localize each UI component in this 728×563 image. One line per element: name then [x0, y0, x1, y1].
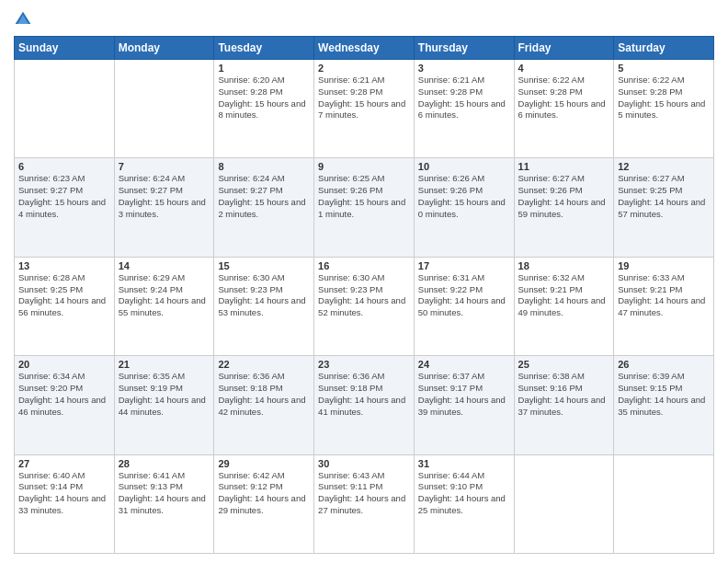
weekday-header-wednesday: Wednesday: [314, 37, 415, 60]
calendar-cell: 6Sunrise: 6:23 AMSunset: 9:27 PMDaylight…: [15, 158, 115, 257]
calendar-cell: 30Sunrise: 6:43 AMSunset: 9:11 PMDayligh…: [314, 454, 415, 553]
calendar-cell: 26Sunrise: 6:39 AMSunset: 9:15 PMDayligh…: [614, 356, 714, 454]
day-info: Sunrise: 6:34 AMSunset: 9:20 PMDaylight:…: [18, 371, 110, 418]
day-number: 25: [518, 359, 610, 370]
day-number: 29: [218, 458, 310, 469]
weekday-header-tuesday: Tuesday: [214, 37, 314, 60]
day-number: 7: [119, 161, 210, 172]
calendar-cell: [514, 454, 614, 553]
day-number: 26: [618, 359, 710, 370]
day-number: 24: [418, 359, 510, 370]
calendar-week-5: 27Sunrise: 6:40 AMSunset: 9:14 PMDayligh…: [15, 454, 714, 553]
calendar-cell: 28Sunrise: 6:41 AMSunset: 9:13 PMDayligh…: [114, 454, 214, 553]
day-info: Sunrise: 6:20 AMSunset: 9:28 PMDaylight:…: [218, 75, 310, 121]
calendar-cell: 22Sunrise: 6:36 AMSunset: 9:18 PMDayligh…: [214, 356, 314, 454]
day-info: Sunrise: 6:43 AMSunset: 9:11 PMDaylight:…: [318, 470, 410, 517]
calendar-cell: 3Sunrise: 6:21 AMSunset: 9:28 PMDaylight…: [414, 60, 514, 158]
day-info: Sunrise: 6:36 AMSunset: 9:18 PMDaylight:…: [318, 371, 410, 418]
day-info: Sunrise: 6:23 AMSunset: 9:27 PMDaylight:…: [18, 173, 110, 220]
calendar-cell: 31Sunrise: 6:44 AMSunset: 9:10 PMDayligh…: [414, 454, 514, 553]
day-info: Sunrise: 6:42 AMSunset: 9:12 PMDaylight:…: [218, 470, 310, 517]
day-info: Sunrise: 6:40 AMSunset: 9:14 PMDaylight:…: [18, 470, 110, 517]
header: [14, 9, 714, 29]
day-number: 27: [18, 458, 110, 469]
day-number: 17: [418, 260, 510, 271]
calendar-cell: 23Sunrise: 6:36 AMSunset: 9:18 PMDayligh…: [314, 356, 415, 454]
day-info: Sunrise: 6:26 AMSunset: 9:26 PMDaylight:…: [418, 173, 510, 220]
day-info: Sunrise: 6:21 AMSunset: 9:28 PMDaylight:…: [318, 75, 410, 121]
page: SundayMondayTuesdayWednesdayThursdayFrid…: [0, 0, 728, 563]
calendar-cell: 10Sunrise: 6:26 AMSunset: 9:26 PMDayligh…: [414, 158, 514, 257]
header-row: SundayMondayTuesdayWednesdayThursdayFrid…: [15, 37, 714, 60]
day-number: 14: [119, 260, 210, 271]
day-info: Sunrise: 6:29 AMSunset: 9:24 PMDaylight:…: [119, 272, 210, 319]
day-info: Sunrise: 6:35 AMSunset: 9:19 PMDaylight:…: [119, 371, 210, 418]
day-number: 28: [119, 458, 210, 469]
calendar-cell: 5Sunrise: 6:22 AMSunset: 9:28 PMDaylight…: [614, 60, 714, 158]
day-number: 30: [318, 458, 410, 469]
day-number: 15: [218, 260, 310, 271]
day-info: Sunrise: 6:32 AMSunset: 9:21 PMDaylight:…: [518, 272, 610, 319]
calendar-cell: 20Sunrise: 6:34 AMSunset: 9:20 PMDayligh…: [15, 356, 115, 454]
day-number: 31: [418, 458, 510, 469]
weekday-header-saturday: Saturday: [614, 37, 714, 60]
day-info: Sunrise: 6:28 AMSunset: 9:25 PMDaylight:…: [18, 272, 110, 319]
calendar-cell: 7Sunrise: 6:24 AMSunset: 9:27 PMDaylight…: [114, 158, 214, 257]
day-number: 21: [119, 359, 210, 370]
day-info: Sunrise: 6:36 AMSunset: 9:18 PMDaylight:…: [218, 371, 310, 418]
calendar-cell: 16Sunrise: 6:30 AMSunset: 9:23 PMDayligh…: [314, 257, 415, 355]
calendar-cell: 2Sunrise: 6:21 AMSunset: 9:28 PMDaylight…: [314, 60, 415, 158]
day-info: Sunrise: 6:25 AMSunset: 9:26 PMDaylight:…: [318, 173, 410, 220]
calendar-cell: 17Sunrise: 6:31 AMSunset: 9:22 PMDayligh…: [414, 257, 514, 355]
day-number: 22: [218, 359, 310, 370]
calendar-cell: 12Sunrise: 6:27 AMSunset: 9:25 PMDayligh…: [614, 158, 714, 257]
calendar-cell: 25Sunrise: 6:38 AMSunset: 9:16 PMDayligh…: [514, 356, 614, 454]
calendar-cell: 9Sunrise: 6:25 AMSunset: 9:26 PMDaylight…: [314, 158, 415, 257]
day-number: 10: [418, 161, 510, 172]
calendar-week-2: 6Sunrise: 6:23 AMSunset: 9:27 PMDaylight…: [15, 158, 714, 257]
day-info: Sunrise: 6:30 AMSunset: 9:23 PMDaylight:…: [218, 272, 310, 319]
day-number: 11: [518, 161, 610, 172]
day-number: 4: [518, 63, 610, 74]
day-info: Sunrise: 6:37 AMSunset: 9:17 PMDaylight:…: [418, 371, 510, 418]
day-number: 8: [218, 161, 310, 172]
day-info: Sunrise: 6:27 AMSunset: 9:25 PMDaylight:…: [618, 173, 710, 220]
day-number: 18: [518, 260, 610, 271]
day-info: Sunrise: 6:22 AMSunset: 9:28 PMDaylight:…: [518, 75, 610, 121]
day-info: Sunrise: 6:24 AMSunset: 9:27 PMDaylight:…: [218, 173, 310, 220]
weekday-header-sunday: Sunday: [15, 37, 115, 60]
calendar-cell: 1Sunrise: 6:20 AMSunset: 9:28 PMDaylight…: [214, 60, 314, 158]
calendar-cell: [15, 60, 115, 158]
calendar-cell: 21Sunrise: 6:35 AMSunset: 9:19 PMDayligh…: [114, 356, 214, 454]
weekday-header-friday: Friday: [514, 37, 614, 60]
day-number: 6: [18, 161, 110, 172]
day-number: 1: [218, 63, 310, 74]
weekday-header-monday: Monday: [114, 37, 214, 60]
calendar-table: SundayMondayTuesdayWednesdayThursdayFrid…: [14, 36, 714, 554]
calendar-cell: 19Sunrise: 6:33 AMSunset: 9:21 PMDayligh…: [614, 257, 714, 355]
calendar-week-4: 20Sunrise: 6:34 AMSunset: 9:20 PMDayligh…: [15, 356, 714, 454]
calendar-week-1: 1Sunrise: 6:20 AMSunset: 9:28 PMDaylight…: [15, 60, 714, 158]
day-info: Sunrise: 6:38 AMSunset: 9:16 PMDaylight:…: [518, 371, 610, 418]
day-number: 2: [318, 63, 410, 74]
calendar-cell: 13Sunrise: 6:28 AMSunset: 9:25 PMDayligh…: [15, 257, 115, 355]
day-number: 16: [318, 260, 410, 271]
day-info: Sunrise: 6:27 AMSunset: 9:26 PMDaylight:…: [518, 173, 610, 220]
day-info: Sunrise: 6:30 AMSunset: 9:23 PMDaylight:…: [318, 272, 410, 319]
day-number: 13: [18, 260, 110, 271]
day-number: 20: [18, 359, 110, 370]
weekday-header-thursday: Thursday: [414, 37, 514, 60]
day-info: Sunrise: 6:39 AMSunset: 9:15 PMDaylight:…: [618, 371, 710, 418]
day-number: 23: [318, 359, 410, 370]
logo-icon: [14, 10, 32, 29]
calendar-cell: 29Sunrise: 6:42 AMSunset: 9:12 PMDayligh…: [214, 454, 314, 553]
day-info: Sunrise: 6:44 AMSunset: 9:10 PMDaylight:…: [418, 470, 510, 517]
calendar-cell: [114, 60, 214, 158]
calendar-cell: 14Sunrise: 6:29 AMSunset: 9:24 PMDayligh…: [114, 257, 214, 355]
calendar-cell: 24Sunrise: 6:37 AMSunset: 9:17 PMDayligh…: [414, 356, 514, 454]
calendar-cell: 27Sunrise: 6:40 AMSunset: 9:14 PMDayligh…: [15, 454, 115, 553]
day-number: 12: [618, 161, 710, 172]
day-number: 3: [418, 63, 510, 74]
day-number: 19: [618, 260, 710, 271]
calendar-cell: 18Sunrise: 6:32 AMSunset: 9:21 PMDayligh…: [514, 257, 614, 355]
